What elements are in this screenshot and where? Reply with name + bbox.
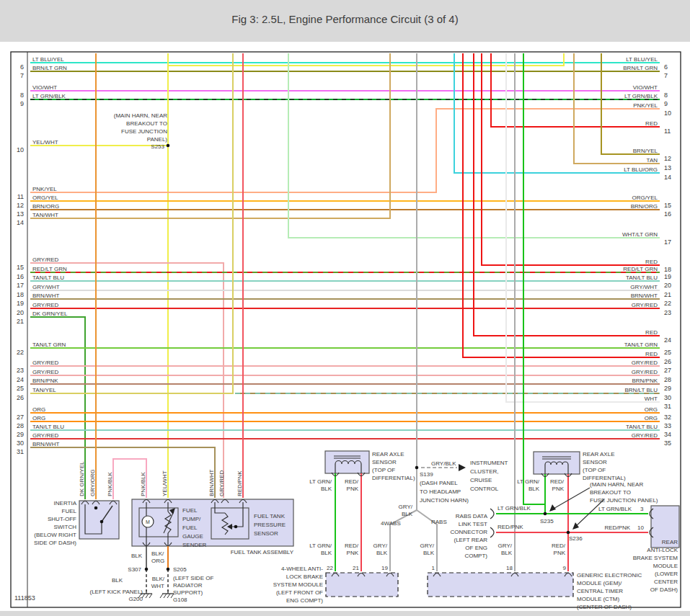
splice-s236 [567,531,570,535]
label-sensor2-red-line-1: RED/ [550,478,565,485]
bottom-strip [0,611,690,616]
label-instrument-cluster-line-4: CONTROL [470,486,499,492]
label-g200: G200 [128,596,143,602]
right-pin-label-33: ORG [645,415,658,421]
label-inertia-switch-line-2: FUEL [62,508,77,514]
splice-s205 [167,568,170,571]
right-pin-label-22: BRN/WHT [631,293,658,299]
label-sensor2-red-line-2: PNK [552,486,565,492]
label-red-pnk-left: RED/PNK [497,524,523,530]
pin-num-22: 22 [327,565,333,571]
right-pin-number-11: 11 [664,128,671,135]
rear-axle-sensor1-box [325,451,369,473]
right-pin-label-13: TAN [647,157,658,164]
right-pin-label-11: RED [645,120,658,127]
left-pin-number-19: 19 [17,300,24,307]
right-pin-label-23: GRY/RED [632,302,658,308]
label-inertia-switch-line-5: (BELOW RIGHT [34,532,76,538]
left-pin-label-14: TAN/WHT [32,212,58,218]
label-s235: S235 [540,518,554,525]
left-pin-number-15: 15 [17,264,24,271]
label-pressure-sensor-line-1: FUEL TANK [254,513,286,519]
label-rear-abs-module-line-7: OF DASH) [650,586,678,593]
pin-num-18: 18 [506,565,513,571]
right-pin-number-33: 33 [664,422,671,429]
rabs-connector-red [490,527,494,537]
right-pin-number-23: 23 [664,309,671,316]
vlabel-red-pnk: RED/PNK [236,470,243,496]
label-rear-axle-sensor1-line-2: SENSOR [372,459,397,465]
left-pin-number-31: 31 [17,448,24,455]
right-pin-number-29: 29 [664,385,671,392]
wire-lt-grn-blk-top [523,53,545,504]
vlabel-pnk-blk-switch: PNK/BLK [107,472,113,496]
label-pin1-line-2: BLK [423,550,435,556]
label-rear-abs-module-line-5: (LOWER [655,571,678,577]
right-pin-label-21: GRY/WHT [630,284,658,290]
left-pin-label-8: VIO/WHT [32,84,57,91]
left-pin-number-17: 17 [17,282,24,289]
label-blk-org-line-2: ORG [151,558,164,564]
left-pin-label-26: TAN/YEL [32,387,56,393]
right-pin-number-12: 12 [664,155,671,162]
left-pin-number-7: 7 [20,72,24,79]
label-4wabs-module-line-3: SYSTEM MODULE [273,581,323,588]
left-pin-number-26: 26 [17,394,24,401]
left-pin-label-9: LT GRN/BLK [32,93,66,99]
right-pin-label-29: BRN/PNK [632,378,658,384]
label-lt-grn-blk-right: LT GRN/BLK [598,506,632,512]
right-pin-number-21: 21 [664,291,671,298]
left-pin-number-12: 12 [17,202,24,209]
label-split-gry-blk-line-1: GRY/ [399,504,413,510]
label-s307: S307 [128,566,141,573]
left-pin-label-21: DK GRN/YEL [32,311,68,317]
label-rear-axle-sensor2-line-4: DIFFERENTIAL) [583,475,626,481]
left-pin-number-10: 10 [17,146,24,153]
label-rear-abs-module-line-4: MODULE [653,563,678,569]
ground-g200-hatch-3 [149,594,152,598]
left-pin-number-27: 27 [17,414,24,421]
label-instrument-cluster-line-3: CRUISE [470,477,492,483]
switch-contact-dot [94,506,98,510]
label-rabs-connector-line-5: OF ENG [465,545,487,551]
pin-num-21: 21 [353,565,359,571]
label-pin19-line-2: BLK [376,550,388,556]
label-rabs: RABS [431,519,447,525]
right-pin-number-28: 28 [664,376,671,383]
right-pin-number-13: 13 [664,164,671,171]
label-rear-axle-sensor2-line-1: REAR AXLE [583,451,614,457]
label-sensor1-red-line-1: RED/ [345,478,359,485]
label-pin22-line-2: BLK [321,550,332,556]
left-pin-label-17: TAN/LT BLU [32,274,64,281]
label-rear-abs-module-line-3: BRAKE SYSTEM [633,555,678,561]
module-4wabs-box [326,573,398,597]
note-main-harn-line-2: BREAKOUT TO [590,489,631,496]
label-rear-axle-sensor1-line-3: (TOP OF [372,467,395,473]
right-pin-number-30: 30 [664,394,671,401]
label-rear-axle-sensor1-line-4: DIFFERENTIAL) [372,475,415,481]
right-pin-label-27: GRY/RED [632,360,658,366]
figure-number: 111853 [14,594,35,602]
right-pin-number-25: 25 [664,349,671,356]
right-pin-number-34: 34 [664,431,671,438]
right-pin-number-27: 27 [664,367,671,374]
right-pin-number-32: 32 [664,414,671,421]
pin-num-19: 19 [381,565,388,571]
left-pin-label-12: ORG/YEL [32,195,58,201]
rabs-connector-grn [490,509,494,519]
right-pin-label-32: ORG [645,406,658,413]
label-rabs-connector-line-3: CONNECTOR [451,529,488,535]
left-pin-label-25: BRN/PNK [32,378,58,384]
label-pin9-line-1: RED/ [552,543,566,549]
right-pin-label-31: WHT [645,396,658,402]
label-sensor2-grn-line-2: BLK [528,486,540,492]
label-radiator-support-line-1: (LEFT SIDE OF [173,575,213,581]
label-rear-axle-sensor2-line-2: SENSOR [583,459,607,465]
pin-num-1: 1 [432,565,435,571]
instrument-arrowhead [459,464,466,471]
label-rabs-connector-line-1: RABS DATA [456,513,488,519]
label-4wabs-module-line-5: ENG COMPT) [286,597,323,604]
right-pin-label-20: TAN/LT BLU [626,274,658,281]
left-pin-number-29: 29 [17,431,24,438]
right-pin-number-20: 20 [664,282,671,289]
